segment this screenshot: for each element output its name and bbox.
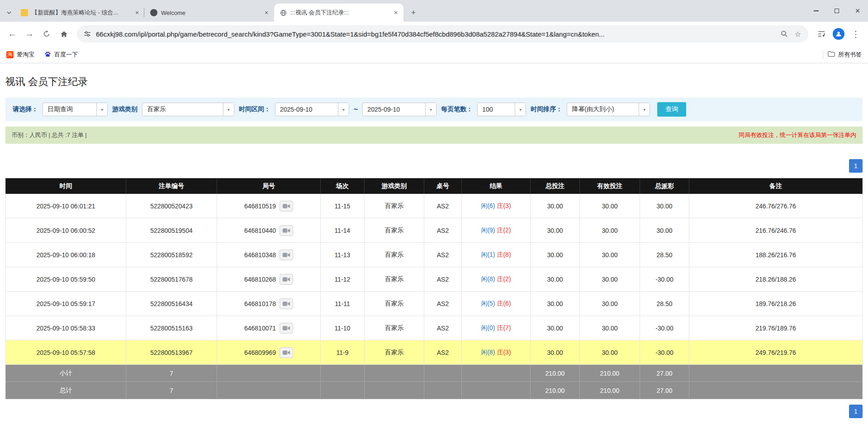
tab-close-icon[interactable]: × bbox=[133, 9, 141, 17]
table-row[interactable]: 2025-09-10 05:58:33 522800515163 6468100… bbox=[6, 316, 863, 340]
cell-payout: 30.00 bbox=[640, 218, 689, 243]
subtotal-row: 小计 7 210.00 210.00 27.00 bbox=[6, 365, 863, 382]
result-player: 闲(6) bbox=[481, 202, 495, 209]
tab-list-chevron-icon[interactable] bbox=[3, 4, 15, 22]
maximize-button[interactable] bbox=[826, 0, 847, 22]
cell-total-bet[interactable]: 30.00 bbox=[531, 316, 580, 340]
cell-total-bet[interactable]: 30.00 bbox=[531, 243, 580, 267]
tab-close-icon[interactable]: × bbox=[392, 9, 400, 17]
close-button[interactable]: × bbox=[847, 0, 868, 22]
table-row[interactable]: 2025-09-10 06:00:18 522800518592 6468103… bbox=[6, 243, 863, 267]
cell-note: 249.76/219.76 bbox=[689, 340, 863, 365]
video-replay-icon bbox=[282, 228, 290, 233]
bookmark-baidu[interactable]: 百度一下 bbox=[44, 51, 78, 59]
new-tab-button[interactable]: + bbox=[407, 6, 420, 19]
col-header: 备注 bbox=[689, 179, 863, 194]
page-1-button[interactable]: 1 bbox=[849, 405, 863, 418]
chevron-down-icon[interactable]: ▾ bbox=[639, 103, 650, 116]
subtotal-total-bet: 210.00 bbox=[531, 365, 580, 382]
per-page-label: 每页笔数： bbox=[441, 105, 473, 113]
table-row-highlighted[interactable]: 2025-09-10 05:57:58 522800513967 6468099… bbox=[6, 340, 863, 365]
cell-time: 2025-09-10 05:57:58 bbox=[6, 340, 126, 365]
cell-bet-no: 522800516434 bbox=[126, 292, 217, 316]
cell-payout: 30.00 bbox=[640, 194, 689, 218]
page-1-button[interactable]: 1 bbox=[849, 159, 863, 173]
tab-welcome[interactable]: Welcome × bbox=[145, 4, 274, 22]
site-info-icon[interactable] bbox=[82, 29, 92, 39]
profile-avatar[interactable] bbox=[831, 26, 846, 42]
all-bookmarks-button[interactable]: 所有书签 bbox=[828, 51, 862, 59]
date-start-select[interactable]: 2025-09-10 ▾ bbox=[275, 103, 349, 116]
col-header: 结果 bbox=[462, 179, 531, 194]
subtotal-payout: 27.00 bbox=[640, 365, 689, 382]
media-controls-icon[interactable] bbox=[814, 26, 829, 42]
chevron-down-icon[interactable]: ▾ bbox=[223, 103, 234, 116]
replay-button[interactable] bbox=[280, 323, 293, 334]
table-row[interactable]: 2025-09-10 06:00:52 522800519504 6468104… bbox=[6, 218, 863, 243]
date-end-select[interactable]: 2025-09-10 ▾ bbox=[362, 103, 436, 116]
cell-total-bet[interactable]: 30.00 bbox=[531, 267, 580, 292]
replay-button[interactable] bbox=[280, 201, 293, 212]
cell-time: 2025-09-10 05:59:50 bbox=[6, 267, 126, 292]
result-player: 闲(5) bbox=[481, 300, 495, 307]
chevron-down-icon[interactable]: ▾ bbox=[96, 103, 107, 116]
game-type-label: 游戏类别 bbox=[112, 105, 138, 113]
query-type-select[interactable]: 日期查询 ▾ bbox=[43, 103, 108, 116]
chevron-down-icon[interactable]: ▾ bbox=[515, 103, 526, 116]
range-separator: ~ bbox=[354, 105, 358, 113]
total-count: 7 bbox=[126, 382, 217, 399]
cell-total-bet[interactable]: 30.00 bbox=[531, 292, 580, 316]
minimize-button[interactable] bbox=[806, 0, 826, 22]
forward-button[interactable]: → bbox=[22, 26, 37, 42]
refresh-button[interactable] bbox=[39, 26, 54, 42]
tab-betrecord[interactable]: :::视讯 会员下注纪录::: × bbox=[274, 4, 403, 22]
bookmark-star-icon[interactable]: ☆ bbox=[793, 29, 803, 39]
cell-time: 2025-09-10 06:00:52 bbox=[6, 218, 126, 243]
replay-button[interactable] bbox=[280, 225, 293, 236]
replay-button[interactable] bbox=[280, 298, 293, 309]
round-number: 646810348 bbox=[244, 251, 276, 259]
chevron-down-icon[interactable]: ▾ bbox=[338, 103, 349, 116]
video-replay-icon bbox=[282, 350, 290, 355]
cell-note: 216.76/246.76 bbox=[689, 218, 863, 243]
url-text[interactable]: 66cxkj98.com/ipl/portal.php/game/betreco… bbox=[96, 30, 776, 38]
home-button[interactable] bbox=[56, 26, 71, 42]
menu-kebab-icon[interactable]: ⋮ bbox=[848, 26, 863, 42]
result-player: 闲(0) bbox=[481, 324, 495, 331]
cell-session: 11-11 bbox=[321, 292, 365, 316]
cell-game: 百家乐 bbox=[365, 218, 424, 243]
tab-close-icon[interactable]: × bbox=[262, 9, 270, 17]
subtotal-valid-bet: 210.00 bbox=[580, 365, 640, 382]
chevron-down-icon[interactable]: ▾ bbox=[425, 103, 436, 116]
filter-bar: 请选择： 日期查询 ▾ 游戏类别 百家乐 ▾ 时间区间： 2025-09-10 … bbox=[5, 98, 863, 121]
table-row[interactable]: 2025-09-10 05:59:50 522800517678 6468102… bbox=[6, 267, 863, 292]
cell-total-bet[interactable]: 30.00 bbox=[531, 340, 580, 365]
sort-select[interactable]: 降幂(由大到小) ▾ bbox=[567, 103, 650, 116]
search-button[interactable]: 查询 bbox=[657, 102, 686, 117]
cell-table: AS2 bbox=[424, 340, 462, 365]
cell-bet-no: 522800520423 bbox=[126, 194, 217, 218]
date-end-value: 2025-09-10 bbox=[363, 103, 425, 116]
cell-note: 218.26/188.26 bbox=[689, 267, 863, 292]
tab-forum[interactable]: 【新提醒】海燕策略论坛 - 综合... × bbox=[15, 4, 145, 22]
zoom-icon[interactable] bbox=[779, 29, 789, 39]
url-bar[interactable]: 66cxkj98.com/ipl/portal.php/game/betreco… bbox=[77, 25, 808, 42]
game-type-select[interactable]: 百家乐 ▾ bbox=[142, 103, 234, 116]
cell-note: 246.76/276.76 bbox=[689, 194, 863, 218]
cell-total-bet[interactable]: 30.00 bbox=[531, 218, 580, 243]
cell-total-bet[interactable]: 30.00 bbox=[531, 194, 580, 218]
back-button[interactable]: ← bbox=[5, 26, 20, 42]
round-number: 646810519 bbox=[244, 203, 276, 210]
cell-bet-no: 522800513967 bbox=[126, 340, 217, 365]
replay-button[interactable] bbox=[280, 250, 293, 260]
per-page-select[interactable]: 100 ▾ bbox=[477, 103, 526, 116]
table-row[interactable]: 2025-09-10 06:01:21 522800520423 6468105… bbox=[6, 194, 863, 218]
bookmark-aitaobao[interactable]: 淘 爱淘宝 bbox=[6, 51, 34, 59]
col-header: 时间 bbox=[6, 179, 126, 194]
replay-button[interactable] bbox=[280, 274, 293, 285]
replay-button[interactable] bbox=[280, 347, 293, 358]
tab-title: :::视讯 会员下注纪录::: bbox=[290, 9, 388, 17]
window-controls: × bbox=[806, 0, 868, 22]
video-replay-icon bbox=[282, 325, 290, 331]
table-row[interactable]: 2025-09-10 05:59:17 522800516434 6468101… bbox=[6, 292, 863, 316]
